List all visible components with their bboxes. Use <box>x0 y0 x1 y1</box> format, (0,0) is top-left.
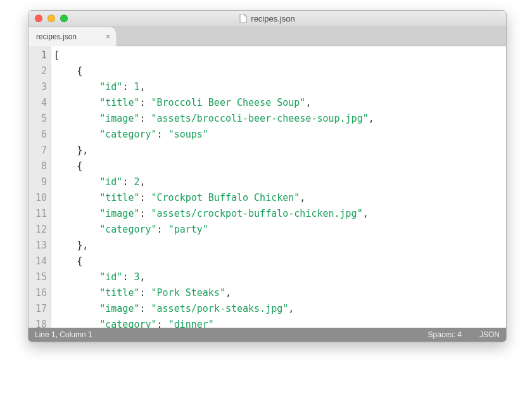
code-line: }, <box>54 143 506 158</box>
code-line: { <box>54 158 506 174</box>
close-tab-icon[interactable]: × <box>106 32 110 41</box>
line-number: 8 <box>28 158 47 174</box>
code-line: "category": "dinner" <box>54 317 506 328</box>
code-line: [ <box>54 48 506 63</box>
close-window-button[interactable] <box>35 15 42 22</box>
zoom-window-button[interactable] <box>60 15 68 22</box>
file-icon <box>239 14 247 23</box>
line-number: 2 <box>28 63 47 79</box>
code-line: "image": "assets/broccoli-beer-cheese-so… <box>54 111 506 127</box>
editor-window: recipes.json recipes.json × 123456789101… <box>28 10 507 342</box>
tabstrip: recipes.json × <box>28 27 506 46</box>
line-number: 14 <box>28 254 47 269</box>
line-number: 9 <box>28 174 47 190</box>
line-number: 16 <box>28 285 47 301</box>
line-number: 7 <box>28 143 47 158</box>
code-content[interactable]: [ { "id": 1, "title": "Broccoli Beer Che… <box>51 46 506 328</box>
code-line: "title": "Broccoli Beer Cheese Soup", <box>54 95 506 111</box>
tab-label: recipes.json <box>36 32 77 41</box>
editor-area[interactable]: 123456789101112131415161718 [ { "id": 1,… <box>28 46 506 328</box>
code-line: "image": "assets/pork-steaks.jpg", <box>54 301 506 317</box>
window-title-text: recipes.json <box>251 14 294 23</box>
code-line: "category": "soups" <box>54 127 506 143</box>
window-title: recipes.json <box>28 14 506 23</box>
code-line: "id": 1, <box>54 79 506 95</box>
line-number: 18 <box>28 317 47 328</box>
code-line: "category": "party" <box>54 222 506 238</box>
code-line: "image": "assets/crockpot-buffalo-chicke… <box>54 206 506 222</box>
line-number: 13 <box>28 238 47 254</box>
line-number: 12 <box>28 222 47 238</box>
indent-setting[interactable]: Spaces: 4 <box>428 330 462 339</box>
line-number: 15 <box>28 269 47 285</box>
window-controls <box>28 15 68 22</box>
line-number: 6 <box>28 127 47 143</box>
code-line: "id": 3, <box>54 269 506 285</box>
code-line: "title": "Pork Steaks", <box>54 285 506 301</box>
line-number: 1 <box>28 48 47 63</box>
line-number: 17 <box>28 301 47 317</box>
tab-recipes-json[interactable]: recipes.json × <box>28 27 117 46</box>
code-line: "title": "Crockpot Buffalo Chicken", <box>54 190 506 206</box>
titlebar: recipes.json <box>28 11 506 27</box>
line-number: 3 <box>28 79 47 95</box>
code-line: "id": 2, <box>54 174 506 190</box>
line-number: 4 <box>28 95 47 111</box>
code-line: { <box>54 63 506 79</box>
line-number: 11 <box>28 206 47 222</box>
line-number: 10 <box>28 190 47 206</box>
code-line: { <box>54 254 506 269</box>
line-number: 5 <box>28 111 47 127</box>
minimize-window-button[interactable] <box>48 15 55 22</box>
cursor-position[interactable]: Line 1, Column 1 <box>35 330 92 339</box>
code-line: }, <box>54 238 506 254</box>
syntax-setting[interactable]: JSON <box>479 330 500 339</box>
line-number-gutter: 123456789101112131415161718 <box>28 46 51 328</box>
statusbar: Line 1, Column 1 Spaces: 4 JSON <box>28 328 506 342</box>
